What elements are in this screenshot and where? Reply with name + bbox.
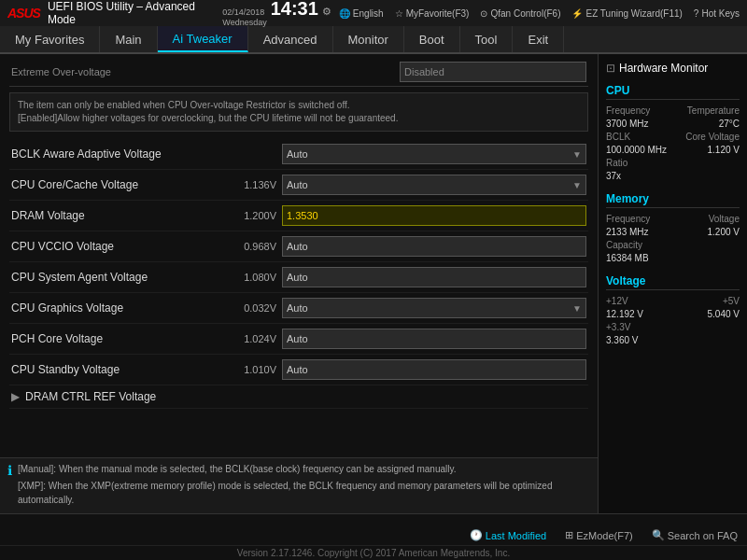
cpu-bclk-label: BCLK [606, 132, 630, 142]
setting-row: CPU Graphics Voltage0.032VAuto▼ [9, 293, 588, 324]
mem-freq-volt-labels: Frequency Voltage [606, 214, 740, 224]
nav-bar: My Favorites Main Ai Tweaker Advanced Mo… [0, 26, 747, 54]
cpu-core-voltage-value: 1.120 V [708, 145, 740, 155]
voltage-section-title: Voltage [606, 274, 740, 290]
setting-control[interactable]: Auto▼ [282, 298, 586, 318]
hot-keys-button[interactable]: ? Hot Keys [694, 8, 740, 19]
cpu-ratio-value-row: 37x [606, 171, 740, 181]
text-control-highlighted[interactable]: 1.3530 [282, 205, 586, 226]
memory-section-title: Memory [606, 192, 740, 208]
description-text: The item can only be enabled when CPU Ov… [18, 100, 398, 123]
ez-mode-button[interactable]: ⊞ EzMode(F7) [565, 529, 633, 541]
date-text: 02/14/2018Wednesday [222, 7, 266, 28]
setting-label: PCH Core Voltage [11, 332, 226, 345]
setting-control[interactable]: Auto▼ [282, 175, 586, 195]
mem-freq-label: Frequency [606, 214, 650, 224]
dropdown-control[interactable]: Auto▼ [282, 175, 586, 195]
mem-cap-label: Capacity [606, 240, 642, 250]
top-bar: ASUS UEFI BIOS Utility – Advanced Mode 0… [0, 0, 747, 26]
setting-row: CPU System Agent Voltage1.080VAuto [9, 262, 588, 293]
monitor-icon: ⊡ [606, 62, 615, 75]
nav-monitor[interactable]: Monitor [333, 26, 404, 52]
setting-control[interactable]: Auto [282, 236, 586, 257]
setting-label: CPU VCCIO Voltage [11, 240, 226, 253]
volt-33v-value: 3.360 V [606, 335, 638, 345]
setting-current-value: 0.968V [226, 241, 282, 252]
setting-current-value: 1.080V [226, 272, 282, 283]
setting-control[interactable]: Auto [282, 329, 586, 349]
setting-label: CPU System Agent Voltage [11, 271, 226, 284]
setting-current-value: 1.024V [226, 333, 282, 344]
cpu-core-voltage-label: Core Voltage [685, 132, 740, 142]
text-control: Auto [282, 267, 586, 287]
last-modified-button[interactable]: 🕐 Last Modified [470, 529, 546, 541]
qfan-button[interactable]: ⊙ Qfan Control(F6) [480, 8, 560, 19]
settings-panel: Extreme Over-voltage Disabled The item c… [0, 54, 598, 457]
top-icons: 🌐 English ☆ MyFavorite(F3) ⊙ Qfan Contro… [339, 8, 740, 19]
text-control: Auto [282, 359, 586, 380]
nav-tool[interactable]: Tool [460, 26, 514, 52]
mem-volt-label: Voltage [709, 214, 740, 224]
setting-current-value: 1.136V [226, 179, 282, 190]
setting-current-value: 1.200V [226, 210, 282, 221]
cpu-freq-value: 3700 MHz [606, 119, 649, 129]
content-area: Extreme Over-voltage Disabled The item c… [0, 54, 598, 513]
ez-tuning-button[interactable]: ⚡ EZ Tuning Wizard(F11) [571, 8, 682, 19]
dram-ctrl-ref-expandable[interactable]: ▶ DRAM CTRL REF Voltage [9, 385, 588, 409]
language-selector[interactable]: 🌐 English [339, 8, 384, 19]
setting-control[interactable]: Auto [282, 267, 586, 287]
setting-row: DRAM Voltage1.200V1.3530 [9, 201, 588, 231]
mem-volt-value: 1.200 V [708, 227, 740, 237]
hw-monitor-panel: ⊡ Hardware Monitor CPU Frequency Tempera… [598, 54, 747, 513]
setting-row: PCH Core Voltage1.024VAuto [9, 324, 588, 355]
nav-advanced[interactable]: Advanced [248, 26, 333, 52]
nav-ai-tweaker[interactable]: Ai Tweaker [158, 26, 248, 52]
cpu-temp-label: Temperature [687, 105, 740, 116]
dropdown-control[interactable]: Auto▼ [282, 298, 586, 318]
search-faq-button[interactable]: 🔍 Search on FAQ [652, 529, 738, 541]
info-bar: ℹ [Manual]: When the manual mode is sele… [0, 457, 598, 513]
volt-5v-label: +5V [723, 296, 740, 306]
gear-icon[interactable]: ⚙ [322, 6, 331, 18]
volt-12v-value: 12.192 V [606, 309, 643, 319]
setting-control[interactable]: 1.3530 [282, 205, 586, 226]
mem-freq-value: 2133 MHz [606, 227, 649, 237]
myfavorite-button[interactable]: ☆ MyFavorite(F3) [395, 8, 470, 19]
info-text: [Manual]: When the manual mode is select… [18, 462, 590, 507]
voltage-section: Voltage +12V +5V 12.192 V 5.040 V +3.3V … [606, 274, 740, 345]
volt-33-label-row: +3.3V [606, 322, 740, 332]
nav-my-favorites[interactable]: My Favorites [0, 26, 100, 52]
nav-exit[interactable]: Exit [513, 26, 564, 52]
mem-cap-value-row: 16384 MB [606, 253, 740, 263]
setting-control[interactable]: Auto▼ [282, 144, 586, 164]
setting-label: CPU Core/Cache Voltage [11, 178, 226, 191]
volt-33-value-row: 3.360 V [606, 335, 740, 345]
setting-row: BCLK Aware Adaptive VoltageAuto▼ [9, 139, 588, 170]
info-icon: ℹ [7, 463, 12, 478]
cpu-section: CPU Frequency Temperature 3700 MHz 27°C … [606, 84, 740, 181]
info-text-manual: [Manual]: When the manual mode is select… [18, 462, 590, 476]
mem-cap-label-row: Capacity [606, 240, 740, 250]
asus-logo: ASUS [7, 6, 40, 21]
setting-current-value: 1.010V [226, 364, 282, 375]
volt-12v-label: +12V [606, 296, 628, 306]
nav-main[interactable]: Main [100, 26, 157, 52]
nav-boot[interactable]: Boot [404, 26, 460, 52]
ez-mode-icon: ⊞ [565, 529, 573, 541]
section-header-value: Disabled [400, 62, 586, 82]
description-box: The item can only be enabled when CPU Ov… [9, 92, 588, 132]
expand-arrow-icon: ▶ [11, 390, 20, 403]
text-control: Auto [282, 236, 586, 257]
last-modified-icon: 🕐 [470, 529, 483, 541]
bottom-tools: 🕐 Last Modified ⊞ EzMode(F7) 🔍 Search on… [0, 525, 747, 546]
cpu-freq-temp-labels: Frequency Temperature [606, 105, 740, 116]
cpu-bclk-value: 100.0000 MHz [606, 145, 667, 155]
cpu-ratio-value: 37x [606, 171, 621, 181]
cpu-temp-value: 27°C [719, 119, 740, 129]
setting-label: DRAM Voltage [11, 209, 226, 222]
setting-label: CPU Standby Voltage [11, 363, 226, 376]
dropdown-control[interactable]: Auto▼ [282, 144, 586, 164]
setting-control[interactable]: Auto [282, 359, 586, 380]
search-icon: 🔍 [652, 529, 665, 541]
setting-row: CPU VCCIO Voltage0.968VAuto [9, 231, 588, 262]
